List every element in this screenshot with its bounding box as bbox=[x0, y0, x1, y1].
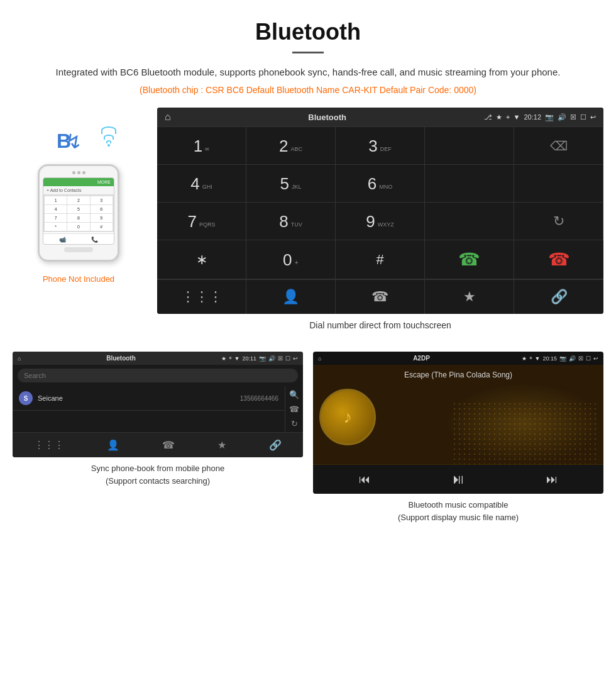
pb-bt-icon: ★ bbox=[221, 355, 226, 362]
dial-key-8[interactable]: 8TUV bbox=[246, 203, 336, 240]
pb-contact-row[interactable]: S Seicane 13566664466 bbox=[13, 386, 285, 411]
music-bt-icon: ★ bbox=[522, 355, 527, 362]
music-visual: ♪ bbox=[313, 382, 603, 464]
pb-nav-call[interactable]: ☎ bbox=[162, 439, 175, 451]
music-controls: ⏮ ⏯ ⏭ bbox=[313, 464, 603, 494]
dial-key-star[interactable]: ∗ bbox=[157, 240, 246, 279]
pb-phone-icon[interactable]: ☎ bbox=[289, 404, 299, 414]
page-title: Bluetooth bbox=[50, 19, 566, 45]
music-back: ↩ bbox=[593, 355, 598, 362]
music-note-icon: ♪ bbox=[343, 407, 352, 427]
pb-vol-icon: 🔊 bbox=[268, 355, 275, 362]
statusbar-right: ⎇ ★ ⌖ ▼ 20:12 📷 🔊 ☒ ☐ ↩ bbox=[484, 113, 596, 121]
dial-key-1[interactable]: 1✉ bbox=[157, 127, 246, 165]
music-album-art: ♪ bbox=[319, 389, 376, 445]
bt-screen-title: Bluetooth bbox=[308, 113, 346, 122]
pb-back-icon: ↩ bbox=[293, 355, 298, 362]
pb-search-placeholder: Search bbox=[24, 372, 292, 379]
music-win: ☐ bbox=[586, 355, 591, 362]
music-vol: 🔊 bbox=[569, 355, 576, 362]
music-signal: ▼ bbox=[535, 355, 541, 362]
music-screen: ⌂ A2DP ★ ⌖ ▼ 20:15 📷 🔊 ☒ ☐ ↩ Escape (The… bbox=[313, 352, 603, 494]
dial-backspace[interactable]: ⌫ bbox=[514, 127, 603, 165]
dial-key-6[interactable]: 6MNO bbox=[336, 165, 425, 203]
song-title-area: Escape (The Pina Colada Song) bbox=[313, 365, 603, 382]
nav-bluetooth[interactable]: ★ bbox=[425, 280, 514, 314]
contact-initial: S bbox=[19, 391, 33, 405]
pb-contacts-area: S Seicane 13566664466 bbox=[13, 386, 285, 432]
lower-section: ⌂ Bluetooth ★ ⌖ ▼ 20:11 📷 🔊 ☒ ☐ ↩ Search bbox=[0, 343, 616, 536]
dial-key-0[interactable]: 0+ bbox=[246, 240, 336, 279]
pb-nav-user[interactable]: 👤 bbox=[107, 439, 119, 451]
header-section: Bluetooth Integrated with BC6 Bluetooth … bbox=[0, 0, 616, 108]
bluetooth-symbol: ↯ bbox=[65, 130, 82, 153]
pb-title: Bluetooth bbox=[106, 355, 136, 362]
dial-empty-r2c5 bbox=[514, 165, 603, 203]
bt-dial-screen-container: ⌂ Bluetooth ⎇ ★ ⌖ ▼ 20:12 📷 🔊 ☒ ☐ ↩ bbox=[157, 108, 603, 330]
music-cam: 📷 bbox=[559, 355, 566, 362]
dial-grid: 1✉ 2ABC 3DEF ⌫ 4GHI 5JKL bbox=[157, 126, 603, 279]
dial-call-red[interactable]: ☎ bbox=[514, 240, 603, 279]
location-icon: ⌖ bbox=[506, 113, 510, 121]
pb-row-area: S Seicane 13566664466 🔍 ☎ ↻ bbox=[13, 386, 303, 432]
pb-win-icon: ☐ bbox=[285, 355, 290, 362]
pb-home-icon: ⌂ bbox=[18, 355, 21, 362]
signal-icon: ▼ bbox=[514, 113, 520, 121]
window-icon: ☐ bbox=[580, 113, 586, 121]
pb-time: 20:11 bbox=[242, 355, 256, 362]
pb-nav-link[interactable]: 🔗 bbox=[269, 439, 282, 451]
volume-icon: 🔊 bbox=[558, 113, 566, 121]
music-home-icon: ⌂ bbox=[318, 355, 321, 362]
music-content: ♪ bbox=[313, 382, 603, 452]
dial-refresh[interactable]: ↻ bbox=[514, 203, 603, 240]
phonebook-caption-text1: Sync phone-book from mobile phone bbox=[91, 464, 224, 473]
music-prev[interactable]: ⏮ bbox=[359, 473, 370, 486]
main-content: B ↯ MORE bbox=[0, 108, 616, 343]
phone-icons-wrap: B ↯ MORE bbox=[38, 126, 119, 262]
home-icon: ⌂ bbox=[165, 111, 171, 123]
music-caption-text1: Bluetooth music compatible bbox=[409, 500, 509, 510]
pb-bottom-nav: ⋮⋮⋮ 👤 ☎ ★ 🔗 bbox=[13, 432, 303, 457]
dial-key-9[interactable]: 9WXYZ bbox=[336, 203, 425, 240]
music-playpause[interactable]: ⏯ bbox=[451, 471, 465, 487]
phone-mockup: MORE + Add to Contacts 123 456 789 *0# 📹… bbox=[38, 164, 119, 262]
phonebook-panel: ⌂ Bluetooth ★ ⌖ ▼ 20:11 📷 🔊 ☒ ☐ ↩ Search bbox=[13, 352, 303, 523]
specs-text: (Bluetooth chip : CSR BC6 Default Blueto… bbox=[50, 85, 566, 95]
music-panel: ⌂ A2DP ★ ⌖ ▼ 20:15 📷 🔊 ☒ ☐ ↩ Escape (The… bbox=[313, 352, 603, 523]
pb-cam-icon: 📷 bbox=[259, 355, 266, 362]
pb-refresh-icon[interactable]: ↻ bbox=[289, 419, 299, 428]
phonebook-screen: ⌂ Bluetooth ★ ⌖ ▼ 20:11 📷 🔊 ☒ ☐ ↩ Search bbox=[13, 352, 303, 457]
music-caption-text2: (Support display music file name) bbox=[398, 513, 519, 522]
pb-right-icons: 🔍 ☎ ↻ bbox=[285, 386, 303, 432]
pb-x-icon: ☒ bbox=[278, 355, 283, 362]
dial-display-area bbox=[425, 127, 514, 165]
music-next[interactable]: ⏭ bbox=[546, 473, 558, 486]
pb-search-bar[interactable]: Search bbox=[18, 369, 298, 382]
music-x: ☒ bbox=[578, 355, 583, 362]
bt-statusbar: ⌂ Bluetooth ⎇ ★ ⌖ ▼ 20:12 📷 🔊 ☒ ☐ ↩ bbox=[157, 108, 603, 126]
music-time: 20:15 bbox=[542, 355, 557, 362]
dial-key-5[interactable]: 5JKL bbox=[246, 165, 336, 203]
bt-dial-screen: ⌂ Bluetooth ⎇ ★ ⌖ ▼ 20:12 📷 🔊 ☒ ☐ ↩ bbox=[157, 108, 603, 314]
dial-key-4[interactable]: 4GHI bbox=[157, 165, 246, 203]
camera-icon: 📷 bbox=[545, 113, 554, 121]
pb-loc-icon: ⌖ bbox=[229, 355, 232, 362]
dial-key-2[interactable]: 2ABC bbox=[246, 127, 336, 165]
nav-call[interactable]: ☎ bbox=[336, 280, 425, 314]
pb-nav-grid[interactable]: ⋮⋮⋮ bbox=[34, 439, 64, 451]
nav-contacts[interactable]: 👤 bbox=[246, 280, 336, 314]
music-caption: Bluetooth music compatible (Support disp… bbox=[313, 499, 603, 523]
music-loc-icon: ⌖ bbox=[529, 355, 532, 362]
close-icon: ☒ bbox=[570, 113, 576, 121]
back-icon: ↩ bbox=[590, 113, 596, 121]
subtitle-text: Integrated with BC6 Bluetooth module, su… bbox=[50, 65, 566, 80]
nav-link[interactable]: 🔗 bbox=[514, 280, 603, 314]
dial-call-green[interactable]: ☎ bbox=[425, 240, 514, 279]
pb-nav-bt[interactable]: ★ bbox=[217, 439, 226, 451]
nav-keypad[interactable]: ⋮⋮⋮ bbox=[157, 280, 246, 314]
dial-key-hash[interactable]: # bbox=[336, 240, 425, 279]
dial-key-3[interactable]: 3DEF bbox=[336, 127, 425, 165]
dial-key-7[interactable]: 7PQRS bbox=[157, 203, 246, 240]
pb-search-icon[interactable]: 🔍 bbox=[289, 390, 299, 399]
usb-icon: ⎇ bbox=[484, 113, 492, 121]
